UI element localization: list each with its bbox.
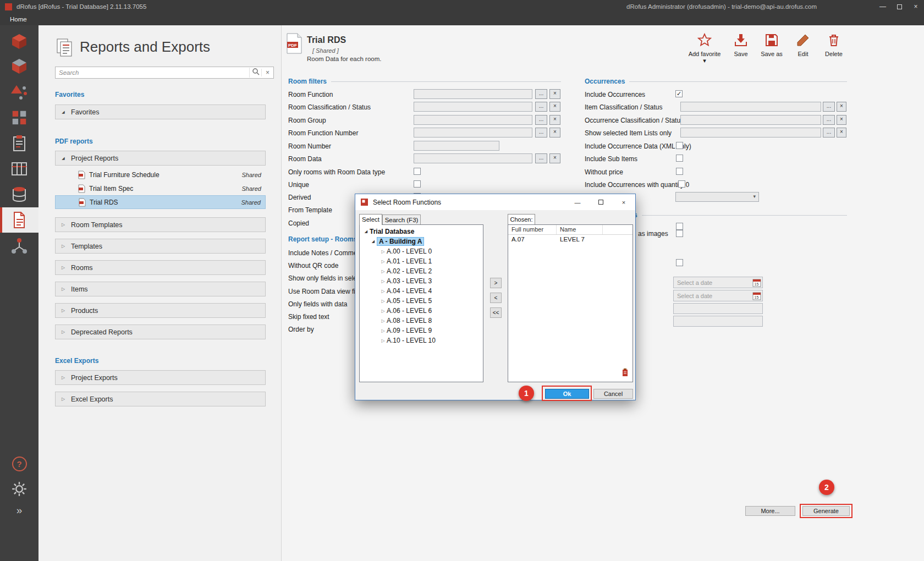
delete-button[interactable]: Delete <box>817 33 851 57</box>
move-add-button[interactable]: > <box>490 278 502 288</box>
tree-collapsed-icon[interactable]: ▷ <box>380 279 387 284</box>
chosen-row[interactable]: A.07 LEVEL 7 <box>508 235 632 244</box>
tree-collapsed-icon[interactable]: ▷ <box>380 259 387 264</box>
calendar-icon[interactable]: 15 <box>752 278 761 287</box>
item-classification-clear-button[interactable]: × <box>837 102 846 112</box>
report-item-trial-rds[interactable]: Trial RDS Shared <box>55 195 266 209</box>
room-data-browse-button[interactable]: ... <box>535 153 547 163</box>
nav-org-module[interactable] <box>0 233 38 258</box>
column-name[interactable]: Name <box>557 225 603 234</box>
room-function-number-browse-button[interactable]: ... <box>535 128 547 138</box>
report-item-trial-furniture-schedule[interactable]: Trial Furniture Schedule Shared <box>55 168 266 182</box>
hidden-label-checkbox-1[interactable] <box>676 223 683 230</box>
occurrence-classification-field[interactable] <box>680 115 821 125</box>
minimize-button[interactable]: — <box>875 0 891 13</box>
tree-node-level-5[interactable]: ▷A.05 - LEVEL 5 <box>360 296 483 306</box>
empty-field-2[interactable] <box>673 316 763 327</box>
tree-node-level-8[interactable]: ▷A.08 - LEVEL 8 <box>360 316 483 326</box>
group-templates[interactable]: ▷ Templates <box>55 239 266 254</box>
room-group-clear-button[interactable]: × <box>549 115 560 125</box>
group-rooms[interactable]: ▷ Rooms <box>55 260 266 275</box>
date-from-field[interactable]: Select a date 15 <box>673 277 763 288</box>
room-classification-clear-button[interactable]: × <box>549 102 560 112</box>
room-classification-browse-button[interactable]: ... <box>535 102 547 112</box>
nav-clipboard-module[interactable] <box>0 130 38 156</box>
group-excel-exports[interactable]: ▷ Excel Exports <box>55 392 266 406</box>
nav-database-module[interactable] <box>0 182 38 207</box>
nav-items-module[interactable] <box>0 105 38 130</box>
tab-search[interactable]: Search (F3) <box>382 215 421 225</box>
column-full-number[interactable]: Full number <box>508 225 557 234</box>
more-button[interactable]: More... <box>745 506 795 516</box>
move-remove-button[interactable]: < <box>490 293 502 303</box>
include-sub-items-checkbox[interactable] <box>676 155 683 162</box>
save-as-button[interactable]: Save as <box>755 33 789 57</box>
tree-node-trial-database[interactable]: ◢ Trial Database <box>360 227 483 237</box>
tree-node-level-6[interactable]: ▷A.06 - LEVEL 6 <box>360 306 483 316</box>
tree-node-level-4[interactable]: ▷A.04 - LEVEL 4 <box>360 286 483 296</box>
add-favorite-button[interactable]: Add favorite ▾ <box>688 33 722 64</box>
empty-field-1[interactable] <box>673 303 763 314</box>
report-item-trial-item-spec[interactable]: Trial Item Spec Shared <box>55 182 266 195</box>
occurrence-classification-clear-button[interactable]: × <box>837 115 846 125</box>
dialog-close-button[interactable]: × <box>612 194 635 210</box>
close-button[interactable]: × <box>908 0 924 13</box>
occurrences-dropdown[interactable]: ▾ <box>675 192 759 202</box>
generate-button[interactable]: Generate <box>802 506 850 516</box>
room-data-field[interactable] <box>414 153 532 163</box>
search-icon[interactable] <box>249 68 261 78</box>
item-classification-field[interactable] <box>680 102 821 112</box>
room-function-browse-button[interactable]: ... <box>535 89 547 99</box>
tree-collapsed-icon[interactable]: ▷ <box>380 249 387 254</box>
nav-reports-module[interactable] <box>0 207 38 233</box>
only-rooms-with-room-data-type-checkbox[interactable] <box>414 168 421 175</box>
nav-building-module[interactable] <box>0 54 38 79</box>
room-function-number-clear-button[interactable]: × <box>549 128 560 138</box>
room-group-browse-button[interactable]: ... <box>535 115 547 125</box>
room-number-field[interactable] <box>414 141 499 151</box>
tree-node-level-0[interactable]: ▷A.00 - LEVEL 0 <box>360 246 483 256</box>
room-group-field[interactable] <box>414 115 532 125</box>
save-button[interactable]: Save <box>724 33 758 57</box>
group-project-reports[interactable]: ◢ Project Reports <box>55 151 266 166</box>
include-occurrence-data-checkbox[interactable] <box>676 142 683 149</box>
tree-expanded-icon[interactable]: ◢ <box>370 239 377 244</box>
nav-products-module[interactable] <box>0 79 38 105</box>
chosen-tab[interactable]: Chosen: <box>508 214 535 225</box>
edit-button[interactable]: Edit <box>786 33 820 57</box>
group-room-templates[interactable]: ▷ Room Templates <box>55 217 266 232</box>
occurrence-classification-browse-button[interactable]: ... <box>823 115 835 125</box>
search-clear-icon[interactable]: × <box>261 69 273 76</box>
tree-collapsed-icon[interactable]: ▷ <box>380 269 387 274</box>
dialog-maximize-button[interactable] <box>589 194 612 210</box>
unique-checkbox[interactable] <box>414 180 421 188</box>
tree-expanded-icon[interactable]: ◢ <box>362 229 370 234</box>
room-classification-field[interactable] <box>414 102 532 112</box>
calendar-icon[interactable]: 15 <box>752 292 761 300</box>
tree-collapsed-icon[interactable]: ▷ <box>380 309 387 314</box>
group-deprecated-reports[interactable]: ▷ Deprecated Reports <box>55 324 266 339</box>
search-input[interactable] <box>56 68 249 78</box>
tree-node-building-a[interactable]: ◢ A - Building A <box>360 237 483 246</box>
paste-icon[interactable] <box>622 369 629 379</box>
nav-rooms-module[interactable] <box>0 29 38 54</box>
tab-select[interactable]: Select <box>359 214 382 225</box>
dialog-titlebar[interactable]: Select Room Functions — × <box>355 194 635 210</box>
restore-button[interactable] <box>891 0 908 13</box>
tree-collapsed-icon[interactable]: ▷ <box>380 338 387 343</box>
tree-node-level-10[interactable]: ▷A.10 - LEVEL 10 <box>360 336 483 345</box>
tree-collapsed-icon[interactable]: ▷ <box>380 318 387 323</box>
show-selected-item-lists-field[interactable] <box>680 128 821 138</box>
ok-button[interactable]: Ok <box>545 389 589 399</box>
tree-node-level-9[interactable]: ▷A.09 - LEVEL 9 <box>360 326 483 336</box>
dialog-minimize-button[interactable]: — <box>566 194 589 210</box>
cancel-button[interactable]: Cancel <box>593 389 633 399</box>
nav-help[interactable]: ? <box>0 451 38 476</box>
move-remove-all-button[interactable]: << <box>490 307 502 318</box>
group-items[interactable]: ▷ Items <box>55 282 266 296</box>
date-to-field[interactable]: Select a date 15 <box>673 290 763 301</box>
room-function-number-field[interactable] <box>414 128 532 138</box>
nav-schedule-module[interactable] <box>0 156 38 182</box>
tree-node-level-2[interactable]: ▷A.02 - LEVEL 2 <box>360 266 483 276</box>
include-qty-zero-checkbox[interactable] <box>678 180 685 188</box>
